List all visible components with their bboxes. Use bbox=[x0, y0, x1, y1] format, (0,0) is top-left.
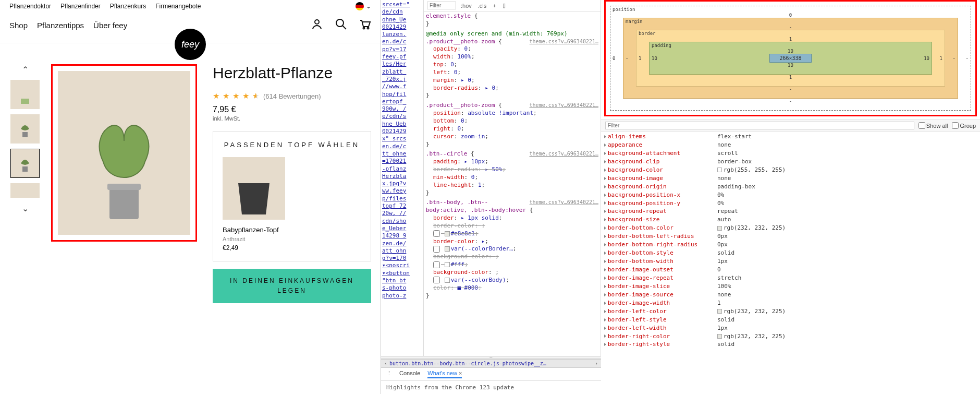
product-section: ⌃ ⌄ Herzblatt-Pflanze ★ ★ ★ ★ bbox=[0, 43, 381, 303]
svg-point-3 bbox=[363, 28, 365, 29]
box-model[interactable]: position 0 0 - margin - - - border 1 1 1 bbox=[610, 6, 971, 111]
logo[interactable]: feey bbox=[175, 29, 206, 60]
topnav-item[interactable]: Pflanzenfinder bbox=[60, 3, 101, 10]
main-nav: Shop Pflanzentipps Über feey feey bbox=[0, 13, 381, 43]
mainnav-item[interactable]: Über feey bbox=[93, 21, 127, 30]
search-icon[interactable] bbox=[335, 18, 347, 32]
thumbnail[interactable] bbox=[10, 80, 40, 109]
drawer-menu-icon[interactable]: ⋮ bbox=[386, 370, 392, 378]
main-product-image[interactable] bbox=[58, 71, 190, 235]
star-icon: ★ bbox=[242, 91, 249, 101]
thumbnail-column: ⌃ ⌄ bbox=[9, 64, 41, 303]
styles-rules[interactable]: element.style { } @media only screen and… bbox=[424, 11, 601, 303]
mainnav-item[interactable]: Pflanzentipps bbox=[37, 21, 84, 30]
thumbnail-selected[interactable] bbox=[10, 149, 40, 178]
computed-filter-input[interactable] bbox=[605, 122, 914, 129]
drawer-content: Highlights from the Chrome 123 update bbox=[381, 381, 601, 394]
flag-de-icon bbox=[356, 2, 364, 10]
svg-rect-5 bbox=[21, 99, 29, 104]
tab-whats-new[interactable]: What's new × bbox=[427, 370, 462, 378]
cart-icon[interactable] bbox=[359, 18, 371, 32]
pot-price: €2,49 bbox=[223, 244, 361, 252]
elements-source-snippet[interactable]: srcset="de/cdnohne_Ue0021429lanzen.en.de… bbox=[381, 0, 424, 356]
pot-option[interactable]: Babypflanzen-Topf Anthrazit €2,49 bbox=[223, 157, 361, 252]
svg-rect-7 bbox=[22, 166, 28, 172]
computed-panel: position 0 0 - margin - - - border 1 1 1 bbox=[601, 0, 980, 394]
svg-point-4 bbox=[368, 28, 369, 29]
chevron-down-icon: ⌄ bbox=[366, 3, 371, 10]
account-icon[interactable] bbox=[311, 18, 323, 32]
styles-toolbar: :hov .cls + ▯ bbox=[424, 0, 601, 11]
svg-point-1 bbox=[336, 19, 344, 27]
product-details: Herzblatt-Pflanze ★ ★ ★ ★ ★★ (614 Bewert… bbox=[207, 64, 371, 303]
star-icon: ★ bbox=[223, 91, 229, 101]
price: 7,95 € bbox=[213, 105, 371, 114]
new-style-rule-icon[interactable]: + bbox=[491, 3, 497, 9]
star-half-icon: ★★ bbox=[252, 91, 260, 101]
close-icon[interactable]: × bbox=[459, 370, 462, 376]
pot-selector-box: PASSENDEN TOPF WÄHLEN Babypflanzen-Topf … bbox=[213, 131, 371, 261]
elements-breadcrumb[interactable]: ‹ button.btn.btn--body.btn--circle.js-ph… bbox=[381, 359, 601, 367]
pot-variant: Anthrazit bbox=[223, 236, 361, 242]
thumbnail[interactable] bbox=[10, 183, 40, 198]
main-image-highlight bbox=[51, 64, 197, 242]
box-model-highlight: position 0 0 - margin - - - border 1 1 1 bbox=[604, 0, 977, 116]
thumb-next-button[interactable]: ⌄ bbox=[20, 203, 30, 213]
styles-panel: :hov .cls + ▯ element.style { } @media o… bbox=[424, 0, 601, 356]
cls-toggle[interactable]: .cls bbox=[476, 3, 488, 9]
svg-point-0 bbox=[315, 20, 319, 24]
group-checkbox[interactable]: Group bbox=[952, 122, 976, 129]
svg-rect-8 bbox=[109, 188, 139, 219]
product-title: Herzblatt-Pflanze bbox=[213, 64, 371, 82]
topnav-item[interactable]: Firmenangebote bbox=[155, 3, 201, 10]
box-model-content: 266×338 bbox=[769, 54, 811, 63]
svg-rect-9 bbox=[107, 184, 141, 190]
drawer: ⋮ Console What's new × Highlights from t… bbox=[381, 367, 601, 394]
chevron-right-icon[interactable]: › bbox=[595, 361, 598, 366]
pot-section-title: PASSENDEN TOPF WÄHLEN bbox=[223, 141, 361, 149]
computed-filter-bar: Show all Group bbox=[601, 120, 980, 132]
language-switcher[interactable]: ⌄ bbox=[356, 2, 371, 10]
top-utility-nav: Pflanzendoktor Pflanzenfinder Pflanzenku… bbox=[0, 0, 381, 13]
star-rating[interactable]: ★ ★ ★ ★ ★★ (614 Bewertungen) bbox=[213, 91, 371, 101]
hov-toggle[interactable]: :hov bbox=[459, 3, 473, 9]
topnav-item[interactable]: Pflanzenkurs bbox=[110, 3, 146, 10]
show-all-checkbox[interactable]: Show all bbox=[918, 122, 948, 129]
pot-name: Babypflanzen-Topf bbox=[223, 226, 361, 234]
review-count: (614 Bewertungen) bbox=[263, 92, 321, 100]
star-icon: ★ bbox=[213, 91, 219, 101]
more-icon[interactable]: ▯ bbox=[501, 2, 507, 9]
mainnav-item[interactable]: Shop bbox=[9, 21, 28, 30]
tax-note: inkl. MwSt. bbox=[213, 115, 371, 122]
chevron-left-icon[interactable]: ‹ bbox=[384, 361, 387, 366]
pot-image bbox=[223, 157, 285, 220]
computed-properties-list[interactable]: align-itemsflex-startappearancenonebackg… bbox=[601, 132, 980, 394]
star-icon: ★ bbox=[232, 91, 239, 101]
svg-rect-6 bbox=[22, 132, 28, 137]
svg-line-2 bbox=[342, 26, 346, 29]
thumb-prev-button[interactable]: ⌃ bbox=[20, 64, 30, 75]
topnav-item[interactable]: Pflanzendoktor bbox=[9, 3, 51, 10]
website-pane: Pflanzendoktor Pflanzenfinder Pflanzenku… bbox=[0, 0, 381, 394]
add-to-cart-button[interactable]: IN DEINEN EINKAUFSWAGEN LEGEN bbox=[213, 269, 371, 303]
devtools-pane: srcset="de/cdnohne_Ue0021429lanzen.en.de… bbox=[381, 0, 980, 394]
tab-console[interactable]: Console bbox=[399, 370, 420, 378]
thumbnail[interactable] bbox=[10, 114, 40, 144]
styles-filter-input[interactable] bbox=[427, 2, 456, 9]
